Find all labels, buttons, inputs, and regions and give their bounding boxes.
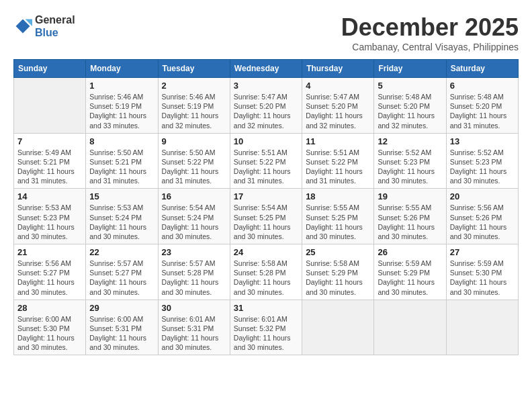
- day-number: 14: [17, 191, 82, 201]
- week-row-2: 7Sunrise: 5:49 AMSunset: 5:21 PMDaylight…: [14, 133, 519, 189]
- day-number: 2: [162, 81, 226, 91]
- calendar-cell: 24Sunrise: 5:58 AMSunset: 5:28 PMDayligh…: [230, 244, 302, 300]
- calendar-cell: [374, 300, 446, 355]
- calendar-cell: 10Sunrise: 5:51 AMSunset: 5:22 PMDayligh…: [230, 133, 302, 189]
- logo: General Blue: [13, 13, 75, 39]
- day-number: 10: [234, 136, 298, 146]
- calendar-cell: 14Sunrise: 5:53 AMSunset: 5:23 PMDayligh…: [14, 189, 86, 244]
- calendar-cell: 13Sunrise: 5:52 AMSunset: 5:23 PMDayligh…: [446, 133, 518, 189]
- week-row-1: 1Sunrise: 5:46 AMSunset: 5:19 PMDaylight…: [14, 78, 519, 134]
- day-number: 27: [450, 247, 515, 257]
- day-number: 23: [162, 247, 226, 257]
- calendar-cell: 29Sunrise: 6:00 AMSunset: 5:31 PMDayligh…: [86, 300, 158, 355]
- calendar-cell: 22Sunrise: 5:57 AMSunset: 5:27 PMDayligh…: [86, 244, 158, 300]
- calendar-cell: [446, 300, 518, 355]
- calendar-cell: 12Sunrise: 5:52 AMSunset: 5:23 PMDayligh…: [374, 133, 446, 189]
- day-number: 25: [306, 247, 370, 257]
- calendar-cell: 30Sunrise: 6:01 AMSunset: 5:31 PMDayligh…: [158, 300, 230, 355]
- calendar-cell: 7Sunrise: 5:49 AMSunset: 5:21 PMDaylight…: [14, 133, 86, 189]
- calendar-cell: 23Sunrise: 5:57 AMSunset: 5:28 PMDayligh…: [158, 244, 230, 300]
- day-info: Sunrise: 5:50 AMSunset: 5:21 PMDaylight:…: [89, 148, 154, 186]
- day-number: 8: [89, 136, 154, 146]
- day-number: 19: [378, 191, 442, 201]
- day-number: 16: [162, 191, 226, 201]
- day-number: 15: [89, 191, 154, 201]
- calendar-table: SundayMondayTuesdayWednesdayThursdayFrid…: [13, 59, 519, 355]
- day-info: Sunrise: 5:59 AMSunset: 5:29 PMDaylight:…: [378, 259, 442, 297]
- day-info: Sunrise: 5:51 AMSunset: 5:22 PMDaylight:…: [234, 148, 298, 186]
- calendar-cell: [302, 300, 374, 355]
- month-title: December 2025: [341, 13, 519, 42]
- day-number: 1: [89, 81, 154, 91]
- day-number: 13: [450, 136, 515, 146]
- calendar-cell: 18Sunrise: 5:55 AMSunset: 5:25 PMDayligh…: [302, 189, 374, 244]
- calendar-cell: 21Sunrise: 5:56 AMSunset: 5:27 PMDayligh…: [14, 244, 86, 300]
- day-number: 28: [17, 303, 82, 313]
- calendar-cell: 17Sunrise: 5:54 AMSunset: 5:25 PMDayligh…: [230, 189, 302, 244]
- weekday-header-monday: Monday: [86, 60, 158, 78]
- logo-icon: [13, 17, 32, 36]
- day-info: Sunrise: 5:52 AMSunset: 5:23 PMDaylight:…: [378, 148, 442, 186]
- week-row-5: 28Sunrise: 6:00 AMSunset: 5:30 PMDayligh…: [14, 300, 519, 355]
- day-info: Sunrise: 5:46 AMSunset: 5:19 PMDaylight:…: [162, 92, 226, 130]
- calendar-cell: 19Sunrise: 5:55 AMSunset: 5:26 PMDayligh…: [374, 189, 446, 244]
- day-number: 18: [306, 191, 370, 201]
- day-number: 29: [89, 303, 154, 313]
- calendar-cell: 28Sunrise: 6:00 AMSunset: 5:30 PMDayligh…: [14, 300, 86, 355]
- day-info: Sunrise: 5:53 AMSunset: 5:23 PMDaylight:…: [17, 203, 82, 241]
- day-info: Sunrise: 5:54 AMSunset: 5:25 PMDaylight:…: [234, 203, 298, 241]
- day-number: 30: [162, 303, 226, 313]
- day-number: 6: [450, 81, 515, 91]
- day-info: Sunrise: 5:58 AMSunset: 5:29 PMDaylight:…: [306, 259, 370, 297]
- day-info: Sunrise: 5:59 AMSunset: 5:30 PMDaylight:…: [450, 259, 515, 297]
- calendar-cell: 9Sunrise: 5:50 AMSunset: 5:22 PMDaylight…: [158, 133, 230, 189]
- weekday-header-friday: Friday: [374, 60, 446, 78]
- day-number: 3: [234, 81, 298, 91]
- calendar-cell: [14, 78, 86, 134]
- day-number: 22: [89, 247, 154, 257]
- day-number: 4: [306, 81, 370, 91]
- day-info: Sunrise: 5:53 AMSunset: 5:24 PMDaylight:…: [89, 203, 154, 241]
- day-number: 20: [450, 191, 515, 201]
- day-number: 7: [17, 136, 82, 146]
- calendar-cell: 2Sunrise: 5:46 AMSunset: 5:19 PMDaylight…: [158, 78, 230, 134]
- day-number: 9: [162, 136, 226, 146]
- calendar-cell: 26Sunrise: 5:59 AMSunset: 5:29 PMDayligh…: [374, 244, 446, 300]
- day-number: 12: [378, 136, 442, 146]
- day-number: 11: [306, 136, 370, 146]
- day-number: 17: [234, 191, 298, 201]
- calendar-cell: 16Sunrise: 5:54 AMSunset: 5:24 PMDayligh…: [158, 189, 230, 244]
- week-row-3: 14Sunrise: 5:53 AMSunset: 5:23 PMDayligh…: [14, 189, 519, 244]
- day-info: Sunrise: 6:01 AMSunset: 5:32 PMDaylight:…: [234, 314, 298, 353]
- day-info: Sunrise: 5:48 AMSunset: 5:20 PMDaylight:…: [378, 92, 442, 130]
- weekday-header-thursday: Thursday: [302, 60, 374, 78]
- logo-text: General Blue: [35, 13, 75, 39]
- day-info: Sunrise: 5:58 AMSunset: 5:28 PMDaylight:…: [234, 259, 298, 297]
- day-info: Sunrise: 5:48 AMSunset: 5:20 PMDaylight:…: [450, 92, 515, 130]
- day-info: Sunrise: 5:55 AMSunset: 5:25 PMDaylight:…: [306, 203, 370, 241]
- calendar-cell: 27Sunrise: 5:59 AMSunset: 5:30 PMDayligh…: [446, 244, 518, 300]
- page-header: General Blue December 2025 Cambanay, Cen…: [13, 13, 519, 52]
- weekday-header-saturday: Saturday: [446, 60, 518, 78]
- calendar-cell: 1Sunrise: 5:46 AMSunset: 5:19 PMDaylight…: [86, 78, 158, 134]
- title-block: December 2025 Cambanay, Central Visayas,…: [341, 13, 519, 52]
- calendar-cell: 6Sunrise: 5:48 AMSunset: 5:20 PMDaylight…: [446, 78, 518, 134]
- day-info: Sunrise: 5:57 AMSunset: 5:28 PMDaylight:…: [162, 259, 226, 297]
- calendar-cell: 5Sunrise: 5:48 AMSunset: 5:20 PMDaylight…: [374, 78, 446, 134]
- day-info: Sunrise: 5:47 AMSunset: 5:20 PMDaylight:…: [306, 92, 370, 130]
- day-number: 24: [234, 247, 298, 257]
- day-info: Sunrise: 5:51 AMSunset: 5:22 PMDaylight:…: [306, 148, 370, 186]
- calendar-cell: 11Sunrise: 5:51 AMSunset: 5:22 PMDayligh…: [302, 133, 374, 189]
- calendar-cell: 20Sunrise: 5:56 AMSunset: 5:26 PMDayligh…: [446, 189, 518, 244]
- day-number: 21: [17, 247, 82, 257]
- calendar-cell: 8Sunrise: 5:50 AMSunset: 5:21 PMDaylight…: [86, 133, 158, 189]
- day-info: Sunrise: 5:50 AMSunset: 5:22 PMDaylight:…: [162, 148, 226, 186]
- day-info: Sunrise: 5:55 AMSunset: 5:26 PMDaylight:…: [378, 203, 442, 241]
- day-info: Sunrise: 5:54 AMSunset: 5:24 PMDaylight:…: [162, 203, 226, 241]
- calendar-cell: 4Sunrise: 5:47 AMSunset: 5:20 PMDaylight…: [302, 78, 374, 134]
- day-info: Sunrise: 6:01 AMSunset: 5:31 PMDaylight:…: [162, 314, 226, 353]
- weekday-header-sunday: Sunday: [14, 60, 86, 78]
- calendar-cell: 3Sunrise: 5:47 AMSunset: 5:20 PMDaylight…: [230, 78, 302, 134]
- day-info: Sunrise: 6:00 AMSunset: 5:31 PMDaylight:…: [89, 314, 154, 353]
- day-number: 31: [234, 303, 298, 313]
